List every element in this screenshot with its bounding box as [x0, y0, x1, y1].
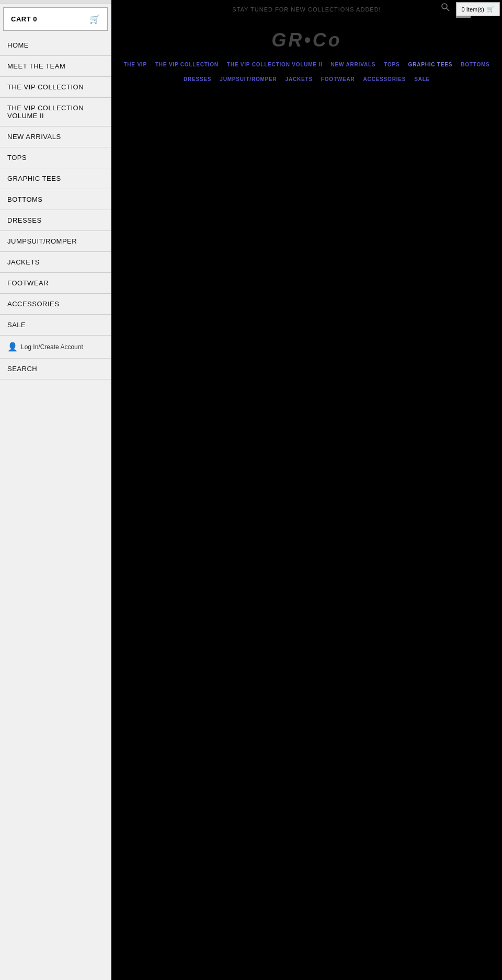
sidebar-item-sale[interactable]: SALE	[0, 315, 111, 336]
sidebar-item-home[interactable]: HOME	[0, 35, 111, 56]
sidebar-item-vip-collection-vol2[interactable]: THE VIP COLLECTION VOLUME II	[0, 98, 111, 126]
sidebar-item-jumpsuit-romper[interactable]: JUMPSUIT/ROMPER	[0, 231, 111, 252]
sidebar-item-tops[interactable]: TOPS	[0, 147, 111, 168]
sidebar-link-vip-collection[interactable]: THE VIP COLLECTION	[0, 77, 111, 97]
page-content	[111, 88, 502, 924]
sidebar-cart-button[interactable]: CART 0 🛒	[3, 7, 108, 31]
sidebar-search[interactable]: SEARCH	[0, 359, 111, 379]
nav-item-bottoms[interactable]: BOTTOMS	[457, 60, 494, 70]
sidebar-item-vip-collection[interactable]: THE VIP COLLECTION	[0, 77, 111, 98]
sidebar-account-label: Log In/Create Account	[21, 343, 83, 351]
sidebar-item-meet-the-team[interactable]: MEET THE TEAM	[0, 56, 111, 77]
sidebar-link-bottoms[interactable]: BOTTOMS	[0, 189, 111, 210]
sidebar-cart-label: CART 0	[11, 15, 37, 23]
subnav-bar: DRESSES JUMPSUIT/ROMPER JACKETS FOOTWEAR…	[111, 73, 502, 88]
svg-line-1	[447, 8, 449, 11]
sidebar-top-bar	[0, 0, 111, 4]
cart-widget-icon: 🛒	[487, 6, 494, 13]
sidebar-link-vip-collection-vol2[interactable]: THE VIP COLLECTION VOLUME II	[0, 98, 111, 126]
cart-icon: 🛒	[89, 14, 100, 24]
announcement-text: STAY TUNED FOR NEW COLLECTIONS ADDED!	[232, 6, 381, 13]
sidebar-item-bottoms[interactable]: BOTTOMS	[0, 189, 111, 210]
sidebar-link-dresses[interactable]: DRESSES	[0, 210, 111, 230]
cart-widget-label: 0 Item(s)	[462, 6, 484, 13]
subnav-item-sale[interactable]: SALE	[410, 75, 434, 84]
account-icon: 👤	[7, 342, 18, 352]
subnav-item-jumpsuit-romper[interactable]: JUMPSUIT/ROMPER	[215, 75, 281, 84]
sidebar-link-footwear[interactable]: FOOTWEAR	[0, 273, 111, 293]
sidebar-link-home[interactable]: HOME	[0, 35, 111, 55]
sidebar-account[interactable]: 👤 Log In/Create Account	[0, 336, 111, 359]
logo-text: GR•Co	[271, 29, 342, 51]
sidebar: CART 0 🛒 HOME MEET THE TEAM THE VIP COLL…	[0, 0, 111, 980]
sidebar-item-jackets[interactable]: JACKETS	[0, 252, 111, 273]
nav-item-the-vip-collection[interactable]: THE VIP COLLECTION	[151, 60, 223, 70]
sidebar-item-footwear[interactable]: FOOTWEAR	[0, 273, 111, 294]
sidebar-search-label: SEARCH	[7, 365, 37, 373]
main-search-button[interactable]	[441, 3, 450, 13]
nav-item-the-vip-vol2[interactable]: THE VIP COLLECTION VOLUME II	[223, 60, 327, 70]
subnav-item-footwear[interactable]: FOOTWEAR	[317, 75, 359, 84]
sidebar-item-graphic-tees[interactable]: GRAPHIC TEES	[0, 168, 111, 189]
sidebar-item-dresses[interactable]: DRESSES	[0, 210, 111, 231]
nav-bar: THE VIP THE VIP COLLECTION THE VIP COLLE…	[111, 56, 502, 73]
sidebar-link-graphic-tees[interactable]: GRAPHIC TEES	[0, 168, 111, 189]
sidebar-link-jumpsuit-romper[interactable]: JUMPSUIT/ROMPER	[0, 231, 111, 251]
sidebar-link-tops[interactable]: TOPS	[0, 147, 111, 168]
nav-item-graphic-tees[interactable]: GRAPHIC TEES	[404, 60, 457, 70]
nav-item-tops[interactable]: TOPS	[380, 60, 404, 70]
sidebar-link-sale[interactable]: SALE	[0, 315, 111, 335]
sidebar-item-accessories[interactable]: ACCESSORIES	[0, 294, 111, 315]
sidebar-item-new-arrivals[interactable]: NEW ARRIVALS	[0, 126, 111, 147]
nav-item-new-arrivals[interactable]: NEW ARRIVALS	[327, 60, 380, 70]
subnav-item-accessories[interactable]: ACCESSORIES	[359, 75, 410, 84]
subnav-item-dresses[interactable]: DRESSES	[179, 75, 215, 84]
search-icon	[441, 3, 450, 11]
nav-item-the-vip[interactable]: THE VIP	[119, 60, 151, 70]
sidebar-link-meet-the-team[interactable]: MEET THE TEAM	[0, 56, 111, 76]
svg-point-0	[442, 4, 447, 9]
main-content: 0 Item(s) 🛒 STAY TUNED FOR NEW COLLECTIO…	[111, 0, 502, 980]
subnav-item-jackets[interactable]: JACKETS	[281, 75, 317, 84]
site-logo: GR•Co	[111, 19, 502, 56]
sidebar-link-jackets[interactable]: JACKETS	[0, 252, 111, 272]
sidebar-link-accessories[interactable]: ACCESSORIES	[0, 294, 111, 314]
sidebar-link-new-arrivals[interactable]: NEW ARRIVALS	[0, 126, 111, 147]
cart-widget[interactable]: 0 Item(s) 🛒	[456, 2, 500, 16]
sidebar-nav: HOME MEET THE TEAM THE VIP COLLECTION TH…	[0, 35, 111, 336]
